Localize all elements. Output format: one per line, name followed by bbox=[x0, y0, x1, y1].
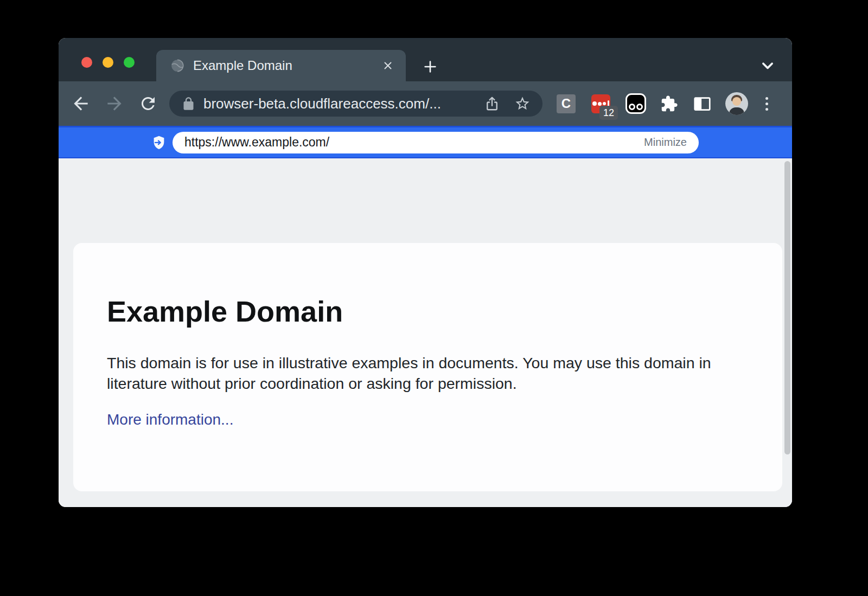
extensions-puzzle-icon[interactable] bbox=[660, 95, 678, 113]
vertical-scrollbar[interactable] bbox=[784, 161, 790, 454]
tab-title: Example Domain bbox=[193, 58, 381, 73]
forward-button[interactable] bbox=[101, 90, 128, 117]
content-card: Example Domain This domain is for use in… bbox=[73, 243, 782, 491]
avatar-face bbox=[732, 97, 741, 106]
side-panel-icon[interactable] bbox=[693, 95, 711, 113]
page-paragraph: This domain is for use in illustrative e… bbox=[107, 353, 733, 394]
screenshot-background: Example Domain bbox=[0, 0, 868, 596]
tab-close-icon[interactable] bbox=[381, 59, 395, 73]
shield-arrow-icon bbox=[151, 134, 167, 151]
new-tab-button[interactable] bbox=[421, 57, 439, 76]
two-circles-extension-icon[interactable] bbox=[626, 93, 646, 114]
lastpass-dot bbox=[603, 102, 606, 105]
globe-favicon-icon bbox=[170, 59, 184, 73]
tab-strip: Example Domain bbox=[59, 38, 792, 81]
lastpass-badge: 12 bbox=[599, 106, 618, 120]
isolation-url-field[interactable]: https://www.example.com/ Minimize bbox=[173, 132, 699, 153]
browser-menu-icon[interactable] bbox=[761, 97, 772, 111]
minimize-button[interactable]: Minimize bbox=[644, 136, 687, 149]
lastpass-extension-icon[interactable]: 12 bbox=[591, 94, 610, 113]
minimize-window-button[interactable] bbox=[103, 57, 113, 68]
chevron-down-icon[interactable] bbox=[758, 57, 777, 74]
isolation-address-bar: https://www.example.com/ Minimize bbox=[59, 126, 792, 158]
isolation-url-text: https://www.example.com/ bbox=[184, 135, 644, 150]
browser-window: Example Domain bbox=[59, 38, 792, 507]
extension-row: C 12 bbox=[557, 92, 772, 115]
lastpass-dot bbox=[592, 101, 597, 106]
circle-glyph bbox=[629, 104, 635, 110]
tab-example-domain[interactable]: Example Domain bbox=[156, 50, 406, 81]
lock-icon bbox=[181, 97, 196, 111]
omnibox-url-bar[interactable]: browser-beta.cloudflareaccess.com/... bbox=[169, 91, 542, 117]
extension-c-icon[interactable]: C bbox=[557, 94, 576, 113]
page-title: Example Domain bbox=[107, 295, 749, 328]
omnibox-url-text: browser-beta.cloudflareaccess.com/... bbox=[203, 95, 484, 112]
page-viewport: Example Domain This domain is for use in… bbox=[59, 158, 792, 507]
more-information-link[interactable]: More information... bbox=[107, 411, 233, 428]
profile-avatar[interactable] bbox=[725, 92, 748, 115]
lastpass-dot bbox=[598, 102, 602, 106]
share-icon[interactable] bbox=[484, 95, 500, 112]
circle-glyph bbox=[636, 104, 643, 110]
fullscreen-window-button[interactable] bbox=[124, 57, 135, 68]
close-window-button[interactable] bbox=[81, 57, 92, 68]
bookmark-star-icon[interactable] bbox=[514, 95, 531, 112]
back-button[interactable] bbox=[67, 90, 94, 117]
reload-button[interactable] bbox=[135, 90, 162, 117]
browser-toolbar: browser-beta.cloudflareaccess.com/... C bbox=[59, 81, 792, 126]
avatar-body bbox=[729, 107, 744, 115]
